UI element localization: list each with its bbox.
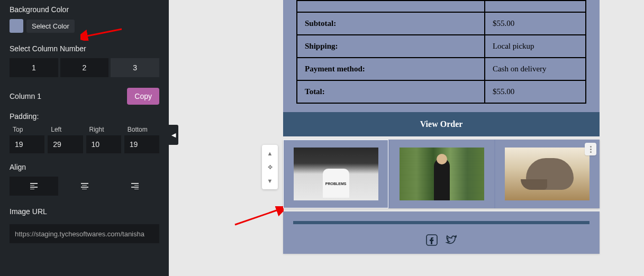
pad-left-label: Left <box>48 126 83 133</box>
drag-handle[interactable]: ✥ <box>265 162 275 172</box>
pad-top-label: Top <box>10 126 44 133</box>
annotation-arrow-2 <box>231 206 284 227</box>
cell-label: Total: <box>297 80 485 103</box>
table-row: Subtotal: $55.00 <box>297 12 586 35</box>
footer-divider <box>293 221 589 224</box>
move-down-button[interactable]: ▼ <box>265 176 275 186</box>
cell-value: $55.00 <box>485 80 586 103</box>
col-num-2[interactable]: 2 <box>60 58 109 77</box>
order-summary-table: Subtotal: $55.00 Shipping: Local pickup … <box>296 0 586 104</box>
bg-color-label: Background Color <box>10 5 159 14</box>
image-column-3[interactable] <box>494 140 600 208</box>
view-order-button[interactable]: View Order <box>283 112 600 136</box>
cell-value: Cash on delivery <box>485 58 586 80</box>
align-center-button[interactable] <box>60 177 109 196</box>
move-up-button[interactable]: ▲ <box>265 148 275 159</box>
image-column-1[interactable] <box>283 140 388 208</box>
table-row: Payment method: Cash on delivery <box>297 58 586 80</box>
cell-value: $55.00 <box>485 12 586 35</box>
image-columns-row[interactable]: ▲ ✥ ▼ <box>283 140 600 208</box>
align-selector <box>10 177 159 196</box>
image-url-input[interactable] <box>10 224 159 243</box>
sidebar-collapse-toggle[interactable]: ◀ <box>169 125 178 145</box>
chevron-left-icon: ◀ <box>171 132 176 139</box>
move-icon: ✥ <box>268 164 273 171</box>
align-right-button[interactable] <box>111 177 159 196</box>
cell-label: Shipping: <box>297 35 485 58</box>
twitter-icon[interactable] <box>445 234 457 246</box>
pad-right-input[interactable] <box>86 135 121 153</box>
align-left-icon <box>30 183 38 189</box>
table-row: Shipping: Local pickup <box>297 35 586 58</box>
product-image-2 <box>400 148 484 200</box>
align-center-icon <box>81 183 88 189</box>
pad-bottom-input[interactable] <box>124 135 159 153</box>
email-preview: Subtotal: $55.00 Shipping: Local pickup … <box>283 0 600 254</box>
footer-block[interactable] <box>283 211 600 254</box>
column-title: Column 1 <box>10 92 41 100</box>
cell-label: Subtotal: <box>297 12 485 35</box>
color-swatch[interactable] <box>10 19 23 33</box>
order-summary-wrap: Subtotal: $55.00 Shipping: Local pickup … <box>283 0 600 112</box>
color-picker: Select Color <box>10 19 159 33</box>
select-color-button[interactable]: Select Color <box>26 20 75 33</box>
cell-label: Payment method: <box>297 58 485 80</box>
pad-left-input[interactable] <box>48 135 83 153</box>
align-right-icon <box>131 183 139 189</box>
pad-top-input[interactable] <box>10 135 44 153</box>
row-menu-button[interactable] <box>585 143 596 155</box>
table-row: Total: $55.00 <box>297 80 586 103</box>
image-column-2[interactable] <box>388 140 494 208</box>
pad-bottom-label: Bottom <box>124 126 159 133</box>
product-image-1 <box>294 148 378 200</box>
cell-value: Local pickup <box>485 35 586 58</box>
settings-sidebar: Background Color Select Color Select Col… <box>0 0 169 276</box>
product-image-3 <box>505 148 589 200</box>
chevron-up-icon: ▲ <box>267 150 273 157</box>
copy-button[interactable]: Copy <box>127 88 159 105</box>
table-row <box>297 1 586 12</box>
svg-line-3 <box>235 209 279 225</box>
padding-inputs: Top Left Right Bottom <box>10 126 159 153</box>
pad-right-label: Right <box>86 126 121 133</box>
col-num-1[interactable]: 1 <box>10 58 58 77</box>
row-controls: ▲ ✥ ▼ <box>262 145 278 189</box>
align-label: Align <box>10 163 159 171</box>
column-number-selector: 1 2 3 <box>10 58 159 77</box>
col-num-3[interactable]: 3 <box>111 58 159 77</box>
col-num-label: Select Column Number <box>10 44 159 53</box>
facebook-icon[interactable] <box>425 234 438 246</box>
chevron-down-icon: ▼ <box>267 178 273 184</box>
social-icons <box>283 234 600 246</box>
align-left-button[interactable] <box>10 177 58 196</box>
image-url-label: Image URL <box>10 207 159 216</box>
padding-label: Padding: <box>10 112 159 121</box>
